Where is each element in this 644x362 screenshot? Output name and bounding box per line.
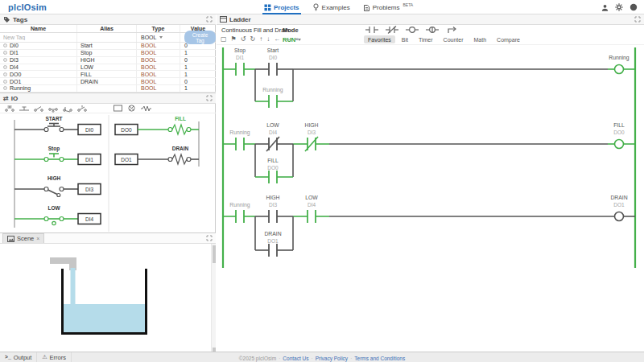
branch-contact-running[interactable]: Running [255, 69, 293, 108]
select-box-icon[interactable]: ▢ [221, 35, 227, 43]
limit-switch-tool-icon[interactable] [62, 104, 73, 113]
move-down-icon[interactable]: ↓ [266, 35, 270, 43]
expand-panel-icon[interactable] [206, 235, 213, 241]
undo-icon[interactable]: ↺ [241, 35, 246, 43]
scene-scrollbar[interactable] [211, 244, 216, 352]
tab-favorites[interactable]: Favorites [364, 35, 395, 43]
contact-high-no[interactable]: HIGH DI3 [255, 195, 293, 223]
contact-running[interactable]: Running [223, 130, 255, 150]
ladder-canvas[interactable]: Stop DI1 Start DI0 [217, 45, 644, 352]
privacy-policy-link[interactable]: Privacy Policy [316, 356, 348, 361]
lamp-tool-icon[interactable] [126, 104, 137, 113]
ladder-rung-3[interactable]: Running HIGH DI3 [223, 195, 635, 257]
contact-start[interactable]: Start DI0 [255, 47, 293, 76]
table-row[interactable]: DO1 DRAIN BOOL 0 [0, 78, 216, 85]
tab-math[interactable]: Math [470, 35, 491, 43]
contact-stop[interactable]: Stop DI1 [223, 47, 255, 76]
help-icon[interactable]: ? [630, 3, 638, 11]
redo-icon[interactable]: ↻ [250, 35, 255, 43]
io-input-low-toggle[interactable]: LOW DI4 [14, 205, 101, 225]
new-tag-alias[interactable] [77, 33, 137, 42]
projects-icon [264, 4, 271, 11]
io-input-start-pushbutton[interactable]: START DI0 [14, 116, 101, 135]
contact-low-no[interactable]: LOW DI4 [293, 195, 329, 223]
branch-contact-drain[interactable]: DRAIN DO1 [255, 216, 293, 257]
tags-table: Name Alias Type Value BOOL Create Tag DI… [0, 25, 216, 93]
move-left-icon[interactable]: ← [274, 35, 280, 43]
tab-counter[interactable]: Counter [440, 35, 468, 43]
table-row[interactable]: DO0 FILL BOOL 1 [0, 71, 216, 78]
table-row[interactable]: DI4 LOW BOOL 1 [0, 64, 216, 72]
user-account-icon[interactable] [601, 4, 609, 11]
toggle-open-tool-icon[interactable] [33, 104, 44, 113]
pushbutton-no-tool-icon[interactable] [4, 104, 15, 113]
contact-nc-icon[interactable] [386, 26, 398, 34]
io-input-high-toggle[interactable]: HIGH DI3 [14, 175, 101, 197]
tab-bit[interactable]: Bit [398, 35, 412, 43]
svg-text:DO0: DO0 [121, 127, 132, 133]
scene-tab[interactable]: Scene × [2, 233, 44, 243]
coil-icon[interactable] [406, 26, 419, 34]
load-coil-tool-icon[interactable] [140, 104, 152, 113]
tag-dot-icon [3, 43, 7, 47]
ladder-diagram: Stop DI1 Start DI0 [217, 45, 643, 352]
contact-running[interactable]: Running [223, 202, 255, 223]
errors-button[interactable]: ⚠ Errors [37, 352, 72, 362]
io-toolbar [0, 104, 216, 113]
tab-compare[interactable]: Compare [493, 35, 524, 43]
mode-dropdown[interactable]: RUN [283, 36, 301, 43]
ladder-panel-header: Ladder [217, 14, 644, 25]
image-icon [7, 236, 14, 242]
flag-icon[interactable]: ⚑ [231, 35, 237, 43]
output-box-tool-icon[interactable] [113, 104, 123, 113]
coil-drain[interactable]: DRAIN DO1 [610, 195, 635, 221]
svg-text:DI1: DI1 [236, 55, 245, 60]
scene-viewport[interactable] [0, 244, 216, 352]
app-logo[interactable]: plcIOsim [8, 2, 47, 12]
table-row[interactable]: Running BOOL 1 [0, 85, 216, 93]
tab-timer[interactable]: Timer [415, 35, 437, 43]
left-column: Tags Name Alias Type Value BOOL [0, 14, 216, 352]
tag-dot-icon [3, 51, 7, 55]
output-button[interactable]: >_ Output [0, 352, 37, 362]
expand-panel-icon[interactable] [206, 95, 213, 101]
contact-low-nc[interactable]: LOW DI4 [255, 122, 293, 151]
table-row[interactable]: DI1 Stop BOOL 1 [0, 50, 216, 57]
io-output-fill-lamp[interactable]: DO0 FILL [115, 116, 199, 135]
move-up-icon[interactable]: ↑ [259, 35, 262, 43]
table-row[interactable]: DI3 HIGH BOOL 0 [0, 57, 216, 64]
ladder-rung-1[interactable]: Stop DI1 Start DI0 [223, 47, 635, 108]
coil-fill[interactable]: FILL DO0 [608, 122, 635, 149]
svg-text:DI4: DI4 [85, 216, 94, 222]
new-tag-name-input[interactable] [3, 35, 68, 40]
terms-link[interactable]: Terms and Conditions [354, 356, 405, 361]
table-row[interactable]: DI0 Start BOOL 0 [0, 43, 216, 50]
scrollbar-thumb[interactable] [213, 245, 216, 263]
io-input-stop-pushbutton[interactable]: Stop DI1 [14, 146, 101, 165]
settings-gear-icon[interactable] [615, 3, 623, 11]
contact-high-nc[interactable]: HIGH DI3 [293, 122, 329, 151]
expand-panel-icon[interactable] [206, 16, 213, 23]
new-tag-type-select[interactable]: BOOL [137, 33, 180, 42]
svg-text:DRAIN: DRAIN [264, 231, 281, 237]
contact-no-icon[interactable] [365, 26, 378, 34]
latch-coil-icon[interactable] [426, 26, 439, 34]
toggle-closed-tool-icon[interactable] [47, 104, 59, 113]
svg-text:DI3: DI3 [308, 130, 316, 135]
nav-projects[interactable]: Projects [264, 0, 299, 14]
close-icon[interactable]: × [36, 236, 39, 241]
pushbutton-nc-tool-icon[interactable] [19, 104, 30, 113]
svg-text:LOW: LOW [305, 195, 318, 200]
expand-panel-icon[interactable] [634, 16, 641, 23]
coil-running[interactable]: Running [608, 55, 635, 74]
selector-switch-tool-icon[interactable] [76, 104, 88, 113]
branch-icon[interactable] [446, 26, 457, 34]
io-output-drain-lamp[interactable]: DO1 DRAIN [115, 146, 199, 165]
branch-contact-fill[interactable]: FILL DO0 [255, 144, 293, 183]
ladder-rung-2[interactable]: Running LOW DI4 [223, 122, 635, 183]
io-panel-header: ⇄ IO [0, 93, 216, 104]
problems-icon [363, 4, 370, 11]
nav-problems[interactable]: Problems BETA [363, 0, 414, 14]
contact-us-link[interactable]: Contact Us [283, 356, 308, 361]
nav-examples[interactable]: Examples [312, 0, 350, 14]
